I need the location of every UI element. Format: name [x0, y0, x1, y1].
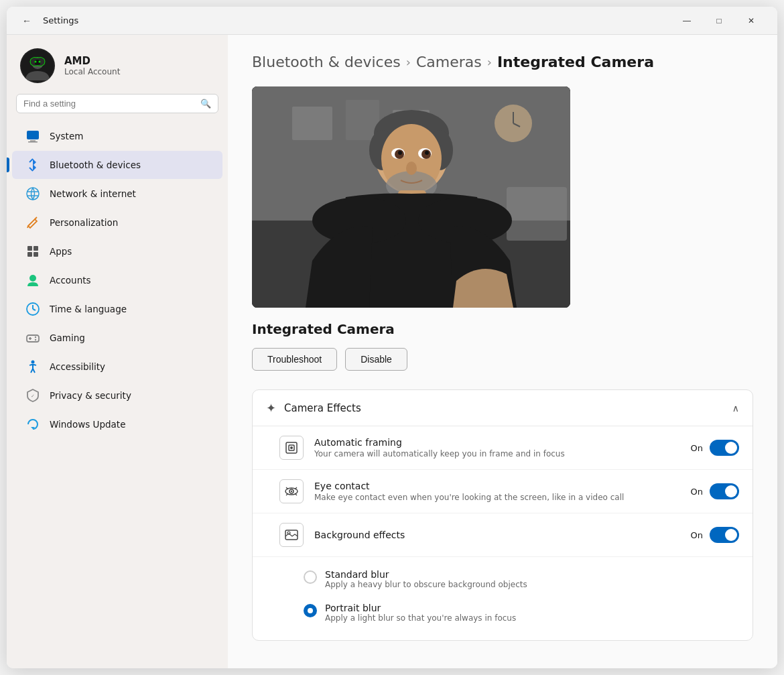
camera-actions: Troubleshoot Disable — [252, 348, 753, 371]
sidebar-label-accounts: Accounts — [50, 275, 91, 286]
sidebar-label-system: System — [50, 131, 83, 141]
background-effects-info: Background effects — [314, 530, 680, 540]
eye-contact-info: Eye contact Make eye contact even when y… — [314, 481, 680, 502]
sidebar-item-accessibility[interactable]: Accessibility — [12, 353, 222, 381]
standard-blur-radio[interactable] — [304, 570, 317, 584]
eye-contact-toggle[interactable] — [710, 483, 739, 499]
app-body: AMD Local Account 🔍 System Bluetooth & d… — [7, 35, 777, 668]
svg-rect-14 — [27, 252, 32, 257]
svg-line-11 — [27, 226, 28, 228]
sidebar-label-bluetooth: Bluetooth & devices — [50, 160, 141, 170]
radio-option-standard-blur: Standard blur Apply a heavy blur to obsc… — [304, 562, 726, 596]
svg-rect-34 — [292, 107, 332, 140]
svg-rect-6 — [28, 141, 38, 143]
portrait-blur-desc: Apply a light blur so that you're always… — [325, 613, 516, 623]
window-controls: — □ ✕ — [671, 10, 767, 32]
svg-rect-12 — [27, 246, 32, 251]
effect-item-background-effects: Background effects On — [253, 513, 753, 557]
search-icon: 🔍 — [200, 99, 211, 109]
user-info: AMD Local Account — [64, 55, 120, 76]
svg-point-59 — [290, 446, 293, 449]
auto-framing-desc: Your camera will automatically keep you … — [314, 449, 680, 458]
effect-item-eye-contact: Eye contact Make eye contact even when y… — [253, 470, 753, 513]
sidebar-item-system[interactable]: System — [12, 122, 222, 150]
breadcrumb-cameras[interactable]: Cameras — [416, 54, 482, 70]
portrait-blur-radio[interactable] — [304, 604, 317, 617]
auto-framing-toggle[interactable] — [710, 440, 739, 456]
background-effects-control: On — [691, 527, 739, 543]
svg-rect-40 — [507, 187, 567, 241]
svg-text:✓: ✓ — [31, 393, 35, 399]
user-type: Local Account — [64, 67, 120, 76]
eye-contact-name: Eye contact — [314, 481, 680, 491]
svg-rect-13 — [34, 246, 38, 251]
sidebar-item-bluetooth[interactable]: Bluetooth & devices — [12, 151, 222, 179]
sidebar-item-update[interactable]: Windows Update — [12, 410, 222, 438]
background-effects-icon — [279, 523, 304, 547]
standard-blur-name: Standard blur — [325, 569, 527, 580]
radio-option-portrait-blur: Portrait blur Apply a light blur so that… — [304, 596, 726, 629]
sidebar-label-update: Windows Update — [50, 419, 125, 430]
sidebar-label-gaming: Gaming — [50, 332, 85, 343]
sidebar-label-accessibility: Accessibility — [50, 361, 105, 372]
svg-point-2 — [35, 61, 37, 63]
svg-point-64 — [287, 532, 290, 534]
portrait-blur-name: Portrait blur — [325, 603, 516, 613]
svg-rect-20 — [27, 335, 39, 342]
sidebar-label-time: Time & language — [50, 304, 127, 314]
personalization-icon — [25, 215, 40, 230]
svg-line-29 — [33, 369, 35, 373]
effects-list: Automatic framing Your camera will autom… — [253, 426, 753, 640]
sidebar-item-accounts[interactable]: Accounts — [12, 266, 222, 294]
search-input[interactable] — [23, 99, 195, 109]
svg-point-7 — [27, 188, 39, 200]
background-effects-state: On — [691, 530, 703, 540]
svg-point-16 — [29, 275, 36, 282]
eye-contact-control: On — [691, 483, 739, 499]
update-icon — [25, 417, 40, 432]
main-content: Bluetooth & devices › Cameras › Integrat… — [228, 35, 777, 668]
svg-point-23 — [35, 339, 36, 341]
breadcrumb-bluetooth[interactable]: Bluetooth & devices — [252, 54, 401, 70]
sidebar-item-personalization[interactable]: Personalization — [12, 208, 222, 237]
sidebar-item-gaming[interactable]: Gaming — [12, 324, 222, 352]
disable-button[interactable]: Disable — [345, 348, 407, 371]
time-icon — [25, 302, 40, 316]
auto-framing-control: On — [691, 440, 739, 456]
portrait-blur-info: Portrait blur Apply a light blur so that… — [325, 603, 516, 623]
sidebar-item-apps[interactable]: Apps — [12, 237, 222, 265]
auto-framing-name: Automatic framing — [314, 437, 680, 448]
svg-point-3 — [39, 61, 41, 63]
bluetooth-icon — [25, 158, 40, 172]
troubleshoot-button[interactable]: Troubleshoot — [252, 348, 337, 371]
svg-point-53 — [406, 162, 417, 175]
sidebar-label-network: Network & internet — [50, 188, 136, 199]
camera-title: Integrated Camera — [252, 321, 753, 337]
back-button[interactable]: ← — [17, 11, 36, 30]
sidebar-label-personalization: Personalization — [50, 217, 118, 228]
svg-line-19 — [33, 309, 36, 310]
svg-line-10 — [35, 217, 37, 219]
maximize-button[interactable]: □ — [704, 10, 734, 32]
close-button[interactable]: ✕ — [736, 10, 767, 32]
search-box[interactable]: 🔍 — [16, 94, 218, 113]
svg-rect-4 — [27, 131, 39, 139]
nav-list: System Bluetooth & devices Network & int… — [7, 121, 228, 439]
background-effects-toggle[interactable] — [710, 527, 739, 543]
sidebar-item-privacy[interactable]: ✓ Privacy & security — [12, 381, 222, 410]
user-name: AMD — [64, 55, 120, 67]
sidebar: AMD Local Account 🔍 System Bluetooth & d… — [7, 35, 228, 668]
titlebar: ← Settings — □ ✕ — [7, 7, 777, 35]
minimize-button[interactable]: — — [671, 10, 702, 32]
breadcrumb-sep-2: › — [487, 55, 492, 69]
accessibility-icon — [25, 359, 40, 374]
chevron-up-icon: ∧ — [732, 403, 739, 414]
eye-contact-state: On — [691, 487, 703, 497]
sidebar-item-network[interactable]: Network & internet — [12, 180, 222, 208]
sidebar-label-apps: Apps — [50, 246, 72, 257]
apps-icon — [25, 244, 40, 259]
sidebar-item-time[interactable]: Time & language — [12, 295, 222, 323]
breadcrumb-current: Integrated Camera — [497, 54, 654, 70]
effects-header[interactable]: ✦ Camera Effects ∧ — [253, 390, 753, 426]
camera-preview-inner — [252, 86, 570, 308]
